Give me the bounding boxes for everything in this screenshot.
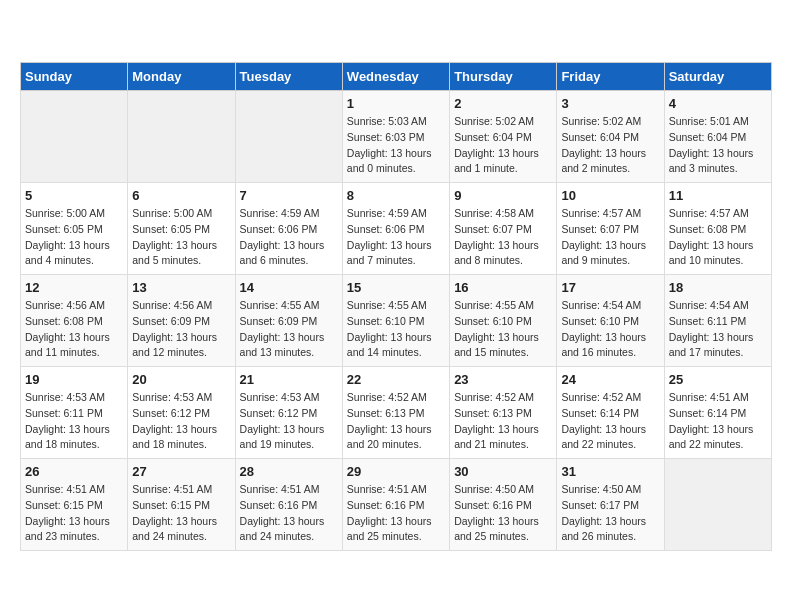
weekday-header-monday: Monday xyxy=(128,63,235,91)
day-number: 10 xyxy=(561,188,659,203)
day-number: 22 xyxy=(347,372,445,387)
day-info: Sunrise: 4:57 AM Sunset: 6:07 PM Dayligh… xyxy=(561,206,659,269)
day-info: Sunrise: 4:55 AM Sunset: 6:09 PM Dayligh… xyxy=(240,298,338,361)
day-number: 25 xyxy=(669,372,767,387)
weekday-header-friday: Friday xyxy=(557,63,664,91)
calendar-cell: 5Sunrise: 5:00 AM Sunset: 6:05 PM Daylig… xyxy=(21,183,128,275)
calendar-cell: 7Sunrise: 4:59 AM Sunset: 6:06 PM Daylig… xyxy=(235,183,342,275)
calendar-cell: 6Sunrise: 5:00 AM Sunset: 6:05 PM Daylig… xyxy=(128,183,235,275)
calendar-cell xyxy=(235,91,342,183)
calendar-cell: 15Sunrise: 4:55 AM Sunset: 6:10 PM Dayli… xyxy=(342,275,449,367)
calendar-cell: 11Sunrise: 4:57 AM Sunset: 6:08 PM Dayli… xyxy=(664,183,771,275)
day-info: Sunrise: 4:51 AM Sunset: 6:15 PM Dayligh… xyxy=(25,482,123,545)
weekday-header-saturday: Saturday xyxy=(664,63,771,91)
day-number: 31 xyxy=(561,464,659,479)
day-info: Sunrise: 4:53 AM Sunset: 6:12 PM Dayligh… xyxy=(240,390,338,453)
weekday-header-wednesday: Wednesday xyxy=(342,63,449,91)
calendar-cell: 12Sunrise: 4:56 AM Sunset: 6:08 PM Dayli… xyxy=(21,275,128,367)
calendar-cell: 10Sunrise: 4:57 AM Sunset: 6:07 PM Dayli… xyxy=(557,183,664,275)
day-number: 18 xyxy=(669,280,767,295)
day-info: Sunrise: 4:55 AM Sunset: 6:10 PM Dayligh… xyxy=(454,298,552,361)
day-info: Sunrise: 4:59 AM Sunset: 6:06 PM Dayligh… xyxy=(240,206,338,269)
day-info: Sunrise: 4:51 AM Sunset: 6:16 PM Dayligh… xyxy=(347,482,445,545)
day-info: Sunrise: 5:02 AM Sunset: 6:04 PM Dayligh… xyxy=(454,114,552,177)
day-number: 12 xyxy=(25,280,123,295)
day-number: 23 xyxy=(454,372,552,387)
day-number: 30 xyxy=(454,464,552,479)
calendar-cell: 23Sunrise: 4:52 AM Sunset: 6:13 PM Dayli… xyxy=(450,367,557,459)
weekday-header-thursday: Thursday xyxy=(450,63,557,91)
day-number: 27 xyxy=(132,464,230,479)
day-info: Sunrise: 4:54 AM Sunset: 6:11 PM Dayligh… xyxy=(669,298,767,361)
calendar-cell: 3Sunrise: 5:02 AM Sunset: 6:04 PM Daylig… xyxy=(557,91,664,183)
calendar-cell: 17Sunrise: 4:54 AM Sunset: 6:10 PM Dayli… xyxy=(557,275,664,367)
day-number: 19 xyxy=(25,372,123,387)
day-number: 8 xyxy=(347,188,445,203)
day-info: Sunrise: 4:56 AM Sunset: 6:09 PM Dayligh… xyxy=(132,298,230,361)
calendar-cell: 4Sunrise: 5:01 AM Sunset: 6:04 PM Daylig… xyxy=(664,91,771,183)
calendar-cell: 18Sunrise: 4:54 AM Sunset: 6:11 PM Dayli… xyxy=(664,275,771,367)
calendar-cell: 14Sunrise: 4:55 AM Sunset: 6:09 PM Dayli… xyxy=(235,275,342,367)
day-info: Sunrise: 4:50 AM Sunset: 6:16 PM Dayligh… xyxy=(454,482,552,545)
calendar-cell xyxy=(664,459,771,551)
day-number: 28 xyxy=(240,464,338,479)
day-info: Sunrise: 4:57 AM Sunset: 6:08 PM Dayligh… xyxy=(669,206,767,269)
day-number: 16 xyxy=(454,280,552,295)
weekday-header-sunday: Sunday xyxy=(21,63,128,91)
day-number: 7 xyxy=(240,188,338,203)
calendar-cell: 24Sunrise: 4:52 AM Sunset: 6:14 PM Dayli… xyxy=(557,367,664,459)
calendar-cell: 25Sunrise: 4:51 AM Sunset: 6:14 PM Dayli… xyxy=(664,367,771,459)
page-header xyxy=(20,20,772,46)
day-info: Sunrise: 5:03 AM Sunset: 6:03 PM Dayligh… xyxy=(347,114,445,177)
logo xyxy=(20,20,24,46)
day-info: Sunrise: 5:02 AM Sunset: 6:04 PM Dayligh… xyxy=(561,114,659,177)
calendar-cell: 2Sunrise: 5:02 AM Sunset: 6:04 PM Daylig… xyxy=(450,91,557,183)
day-info: Sunrise: 5:01 AM Sunset: 6:04 PM Dayligh… xyxy=(669,114,767,177)
day-info: Sunrise: 4:52 AM Sunset: 6:13 PM Dayligh… xyxy=(454,390,552,453)
day-number: 24 xyxy=(561,372,659,387)
calendar-cell: 13Sunrise: 4:56 AM Sunset: 6:09 PM Dayli… xyxy=(128,275,235,367)
day-number: 4 xyxy=(669,96,767,111)
day-number: 21 xyxy=(240,372,338,387)
calendar-cell: 21Sunrise: 4:53 AM Sunset: 6:12 PM Dayli… xyxy=(235,367,342,459)
day-number: 9 xyxy=(454,188,552,203)
calendar-cell: 28Sunrise: 4:51 AM Sunset: 6:16 PM Dayli… xyxy=(235,459,342,551)
day-number: 1 xyxy=(347,96,445,111)
calendar-cell: 31Sunrise: 4:50 AM Sunset: 6:17 PM Dayli… xyxy=(557,459,664,551)
day-info: Sunrise: 4:59 AM Sunset: 6:06 PM Dayligh… xyxy=(347,206,445,269)
calendar-cell xyxy=(128,91,235,183)
day-number: 5 xyxy=(25,188,123,203)
day-number: 6 xyxy=(132,188,230,203)
calendar-cell: 20Sunrise: 4:53 AM Sunset: 6:12 PM Dayli… xyxy=(128,367,235,459)
day-info: Sunrise: 4:50 AM Sunset: 6:17 PM Dayligh… xyxy=(561,482,659,545)
day-number: 14 xyxy=(240,280,338,295)
weekday-header-tuesday: Tuesday xyxy=(235,63,342,91)
day-info: Sunrise: 4:52 AM Sunset: 6:13 PM Dayligh… xyxy=(347,390,445,453)
calendar-cell xyxy=(21,91,128,183)
day-info: Sunrise: 4:53 AM Sunset: 6:11 PM Dayligh… xyxy=(25,390,123,453)
day-info: Sunrise: 5:00 AM Sunset: 6:05 PM Dayligh… xyxy=(25,206,123,269)
calendar-cell: 16Sunrise: 4:55 AM Sunset: 6:10 PM Dayli… xyxy=(450,275,557,367)
day-info: Sunrise: 4:52 AM Sunset: 6:14 PM Dayligh… xyxy=(561,390,659,453)
day-number: 17 xyxy=(561,280,659,295)
calendar-cell: 29Sunrise: 4:51 AM Sunset: 6:16 PM Dayli… xyxy=(342,459,449,551)
day-info: Sunrise: 4:51 AM Sunset: 6:16 PM Dayligh… xyxy=(240,482,338,545)
day-number: 11 xyxy=(669,188,767,203)
day-number: 2 xyxy=(454,96,552,111)
calendar-cell: 22Sunrise: 4:52 AM Sunset: 6:13 PM Dayli… xyxy=(342,367,449,459)
day-info: Sunrise: 4:56 AM Sunset: 6:08 PM Dayligh… xyxy=(25,298,123,361)
calendar-cell: 8Sunrise: 4:59 AM Sunset: 6:06 PM Daylig… xyxy=(342,183,449,275)
day-number: 15 xyxy=(347,280,445,295)
day-info: Sunrise: 4:51 AM Sunset: 6:15 PM Dayligh… xyxy=(132,482,230,545)
day-number: 20 xyxy=(132,372,230,387)
calendar-cell: 30Sunrise: 4:50 AM Sunset: 6:16 PM Dayli… xyxy=(450,459,557,551)
calendar-cell: 27Sunrise: 4:51 AM Sunset: 6:15 PM Dayli… xyxy=(128,459,235,551)
day-info: Sunrise: 4:58 AM Sunset: 6:07 PM Dayligh… xyxy=(454,206,552,269)
calendar-cell: 19Sunrise: 4:53 AM Sunset: 6:11 PM Dayli… xyxy=(21,367,128,459)
calendar-cell: 1Sunrise: 5:03 AM Sunset: 6:03 PM Daylig… xyxy=(342,91,449,183)
day-info: Sunrise: 4:53 AM Sunset: 6:12 PM Dayligh… xyxy=(132,390,230,453)
calendar-cell: 9Sunrise: 4:58 AM Sunset: 6:07 PM Daylig… xyxy=(450,183,557,275)
day-info: Sunrise: 4:51 AM Sunset: 6:14 PM Dayligh… xyxy=(669,390,767,453)
day-number: 13 xyxy=(132,280,230,295)
calendar-cell: 26Sunrise: 4:51 AM Sunset: 6:15 PM Dayli… xyxy=(21,459,128,551)
